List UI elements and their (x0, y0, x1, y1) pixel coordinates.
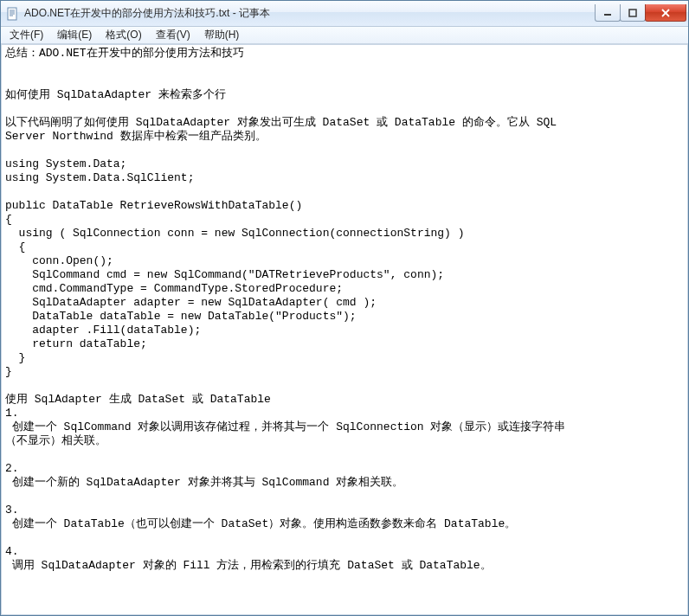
svg-rect-6 (629, 10, 636, 16)
close-button[interactable] (645, 4, 686, 22)
titlebar[interactable]: ADO.NET在开发中的部分使用方法和技巧.txt - 记事本 (1, 1, 688, 27)
editor-frame: 总结：ADO.NET在开发中的部分使用方法和技巧 如何使用 SqlDataAda… (1, 44, 688, 615)
menu-format[interactable]: 格式(O) (99, 26, 148, 44)
window-buttons (596, 4, 686, 22)
text-editor[interactable]: 总结：ADO.NET在开发中的部分使用方法和技巧 如何使用 SqlDataAda… (2, 45, 687, 614)
maximize-button[interactable] (620, 4, 646, 22)
menubar: 文件(F) 编辑(E) 格式(O) 查看(V) 帮助(H) (1, 27, 688, 44)
window-title: ADO.NET在开发中的部分使用方法和技巧.txt - 记事本 (24, 6, 596, 21)
menu-file[interactable]: 文件(F) (3, 26, 50, 44)
minimize-button[interactable] (595, 4, 621, 22)
menu-help[interactable]: 帮助(H) (197, 26, 247, 44)
menu-view[interactable]: 查看(V) (149, 26, 197, 44)
app-icon (6, 7, 20, 21)
svg-rect-5 (604, 14, 611, 16)
menu-edit[interactable]: 编辑(E) (50, 26, 99, 44)
